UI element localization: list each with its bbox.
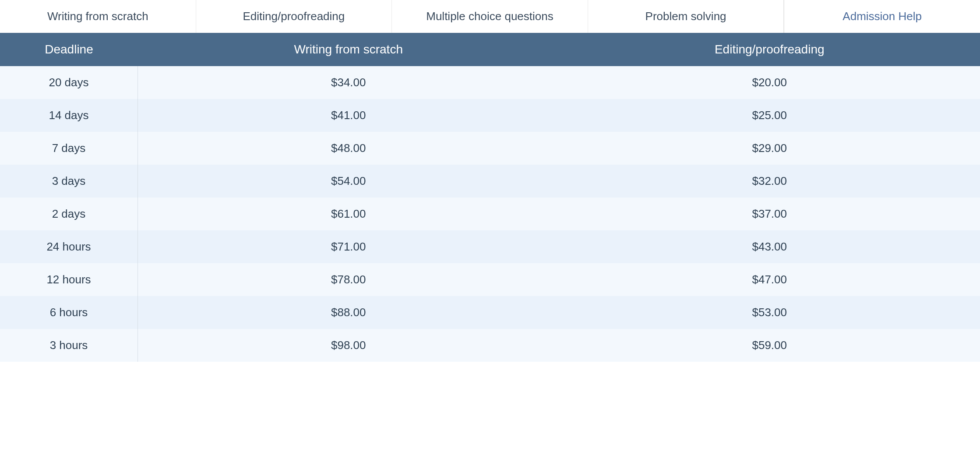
cell-deadline: 14 days bbox=[0, 99, 138, 132]
cell-editing: $37.00 bbox=[559, 198, 980, 230]
tab-multiple-choice[interactable]: Multiple choice questions bbox=[392, 0, 588, 33]
table-header-row: Deadline Writing from scratch Editing/pr… bbox=[0, 33, 980, 66]
cell-editing: $20.00 bbox=[559, 66, 980, 99]
table-row: 14 days$41.00$25.00 bbox=[0, 99, 980, 132]
tab-problem-solving[interactable]: Problem solving bbox=[588, 0, 784, 33]
cell-deadline: 12 hours bbox=[0, 263, 138, 296]
table-row: 20 days$34.00$20.00 bbox=[0, 66, 980, 99]
cell-editing: $32.00 bbox=[559, 165, 980, 198]
cell-editing: $53.00 bbox=[559, 296, 980, 329]
table-row: 2 days$61.00$37.00 bbox=[0, 198, 980, 230]
tab-writing-from-scratch[interactable]: Writing from scratch bbox=[0, 0, 196, 33]
table-row: 6 hours$88.00$53.00 bbox=[0, 296, 980, 329]
header-writing: Writing from scratch bbox=[138, 33, 559, 66]
cell-deadline: 24 hours bbox=[0, 230, 138, 263]
cell-writing: $88.00 bbox=[138, 296, 559, 329]
cell-writing: $98.00 bbox=[138, 329, 559, 362]
table-row: 7 days$48.00$29.00 bbox=[0, 132, 980, 165]
cell-editing: $25.00 bbox=[559, 99, 980, 132]
cell-editing: $43.00 bbox=[559, 230, 980, 263]
cell-deadline: 3 hours bbox=[0, 329, 138, 362]
table-row: 12 hours$78.00$47.00 bbox=[0, 263, 980, 296]
tab-editing-proofreading[interactable]: Editing/proofreading bbox=[196, 0, 392, 33]
header-deadline: Deadline bbox=[0, 33, 138, 66]
cell-writing: $34.00 bbox=[138, 66, 559, 99]
cell-deadline: 20 days bbox=[0, 66, 138, 99]
tab-admission-help[interactable]: Admission Help bbox=[784, 0, 980, 33]
cell-writing: $54.00 bbox=[138, 165, 559, 198]
cell-writing: $48.00 bbox=[138, 132, 559, 165]
cell-editing: $59.00 bbox=[559, 329, 980, 362]
cell-editing: $47.00 bbox=[559, 263, 980, 296]
table-body: 20 days$34.00$20.0014 days$41.00$25.007 … bbox=[0, 66, 980, 362]
header-editing: Editing/proofreading bbox=[559, 33, 980, 66]
cell-writing: $78.00 bbox=[138, 263, 559, 296]
service-tabs: Writing from scratch Editing/proofreadin… bbox=[0, 0, 980, 33]
pricing-table: Deadline Writing from scratch Editing/pr… bbox=[0, 33, 980, 362]
cell-editing: $29.00 bbox=[559, 132, 980, 165]
cell-deadline: 2 days bbox=[0, 198, 138, 230]
table-row: 3 days$54.00$32.00 bbox=[0, 165, 980, 198]
cell-deadline: 7 days bbox=[0, 132, 138, 165]
cell-writing: $71.00 bbox=[138, 230, 559, 263]
cell-deadline: 6 hours bbox=[0, 296, 138, 329]
cell-writing: $61.00 bbox=[138, 198, 559, 230]
table-row: 24 hours$71.00$43.00 bbox=[0, 230, 980, 263]
cell-writing: $41.00 bbox=[138, 99, 559, 132]
cell-deadline: 3 days bbox=[0, 165, 138, 198]
table-row: 3 hours$98.00$59.00 bbox=[0, 329, 980, 362]
